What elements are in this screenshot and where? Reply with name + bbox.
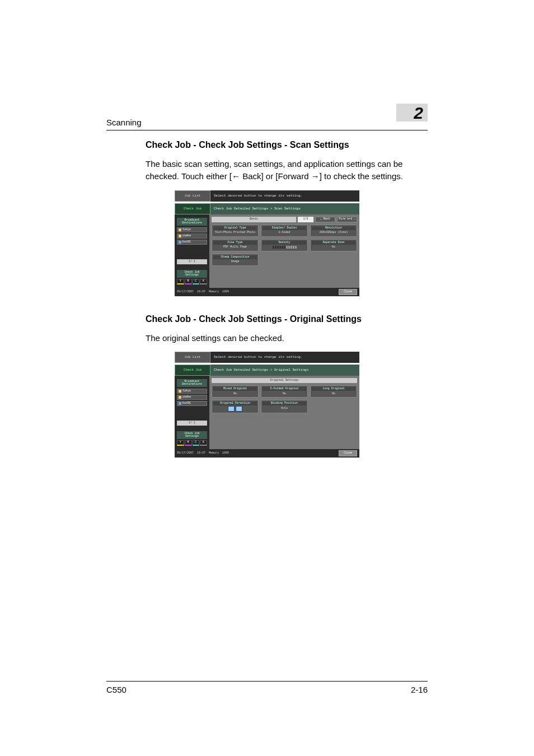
setting-tile-value: [263, 245, 306, 250]
breadcrumb: Check Job Detailed Settings > Scan Setti…: [210, 203, 359, 214]
arrow-left-icon: ←: [320, 218, 322, 221]
folder-icon: [179, 396, 181, 399]
panel-title: Original Settings: [212, 378, 357, 383]
status-memory-label: Memory: [209, 291, 219, 293]
setting-tile[interactable]: Binding PositionAuto: [261, 400, 308, 413]
running-head: Scanning: [106, 118, 428, 130]
back-button[interactable]: ←Back: [315, 217, 335, 222]
status-date: 06/17/2007: [177, 291, 194, 293]
section-heading-1: Check Job - Check Job Settings - Scan Se…: [146, 140, 428, 150]
destination-pager: 1/ 1: [177, 259, 207, 264]
orientation-icon: [228, 406, 235, 412]
orientation-icon: [236, 406, 242, 412]
folder-icon: [179, 390, 181, 393]
broadcast-destinations-header: Broadcast Destinations: [177, 379, 207, 387]
setting-tile-title: Density: [263, 241, 306, 245]
setting-tile-value: 1-Sided: [263, 231, 306, 235]
setting-tile-value: No: [312, 245, 355, 250]
setting-tile[interactable]: Long OriginalNo: [310, 385, 357, 398]
setting-tile-title: Binding Position: [263, 402, 306, 405]
setting-tile-title: Long Original: [312, 387, 355, 391]
setting-tile[interactable]: Original TypeText/Photo Printed Photo: [212, 225, 259, 237]
destination-item[interactable]: box01: [177, 240, 207, 245]
setting-tile[interactable]: Z-Folded OriginalNo: [261, 385, 308, 398]
toner-levels: YMCK: [177, 279, 207, 284]
status-date: 06/17/2007: [177, 452, 194, 455]
setting-tile-value: [213, 406, 257, 412]
destination-pager: 1/ 1: [177, 421, 207, 426]
setting-tile-title: Resolution: [312, 226, 355, 230]
setting-tile[interactable]: Original Direction: [212, 400, 259, 413]
page-indicator: 1/3: [298, 217, 313, 222]
setting-tile-value: 200x200dpi (Fine): [312, 231, 355, 235]
section-heading-2: Check Job - Check Job Settings - Origina…: [146, 314, 428, 324]
box-icon: [179, 241, 181, 244]
page-footer: C550 2-16: [106, 681, 428, 694]
setting-tile[interactable]: Mixed OriginalNo: [212, 385, 259, 398]
check-job-settings-button[interactable]: Check Job Settings: [177, 431, 207, 439]
status-memory-label: Memory: [209, 452, 219, 455]
setting-tile[interactable]: Density: [261, 239, 308, 251]
setting-tile-value: Auto: [263, 406, 306, 410]
setting-tile-value: Image: [213, 260, 257, 264]
status-memory-value: 100%: [222, 452, 229, 455]
setting-tile-value: PDF Multi Page: [213, 245, 257, 250]
screenshot-scan-settings: Job List Select desired button to change…: [175, 190, 359, 296]
destination-item[interactable]: osaka: [177, 234, 207, 239]
panel-title: Basic: [212, 217, 296, 222]
status-memory-value: 100%: [222, 291, 229, 293]
check-job-settings-button[interactable]: Check Job Settings: [177, 270, 207, 278]
setting-tile-value: No: [263, 391, 306, 396]
close-button[interactable]: Close: [339, 289, 357, 295]
setting-tile-title: Original Direction: [213, 402, 257, 405]
setting-tile-title: Z-Folded Original: [263, 387, 306, 391]
setting-tile[interactable]: Stamp CompositionImage: [212, 254, 259, 266]
screenshot-original-settings: Job List Select desired button to change…: [175, 352, 359, 458]
setting-tile[interactable]: Resolution200x200dpi (Fine): [310, 225, 357, 237]
toner-levels: YMCK: [177, 440, 207, 446]
close-button[interactable]: Close: [339, 450, 357, 456]
setting-tile-title: Mixed Original: [213, 387, 257, 391]
status-time: 19:07: [197, 452, 205, 455]
tab-job-list[interactable]: Job List: [175, 190, 210, 202]
setting-tile-title: Stamp Composition: [213, 255, 257, 259]
broadcast-destinations-header: Broadcast Destinations: [177, 218, 207, 226]
folder-icon: [179, 235, 181, 237]
forward-button[interactable]: Forw ard→: [337, 217, 357, 222]
setting-tile[interactable]: Separate ScanNo: [310, 239, 357, 251]
destination-item[interactable]: tokyo: [177, 227, 207, 232]
tab-check-job[interactable]: Check Job: [175, 203, 210, 214]
folder-icon: [179, 228, 181, 231]
tab-job-list[interactable]: Job List: [175, 352, 210, 363]
destination-item[interactable]: box01: [177, 401, 207, 406]
breadcrumb: Check Job Detailed Settings > Original S…: [210, 365, 359, 376]
setting-tile[interactable]: File TypePDF Multi Page: [212, 239, 259, 251]
footer-page-number: 2-16: [411, 685, 428, 694]
setting-tile-value: Text/Photo Printed Photo: [213, 231, 257, 235]
instruction-text: Select desired button to change its sett…: [210, 190, 359, 202]
setting-tile-title: Original Type: [213, 226, 257, 230]
setting-tile-title: File Type: [213, 241, 257, 245]
status-time: 19:07: [197, 291, 205, 293]
footer-model: C550: [106, 685, 127, 694]
instruction-text: Select desired button to change its sett…: [210, 352, 359, 363]
setting-tile[interactable]: Simplex/ Duplex1-Sided: [261, 225, 308, 237]
setting-tile-value: No: [213, 391, 257, 396]
section-para-1: The basic scan setting, scan settings, a…: [146, 158, 428, 183]
setting-tile-title: Separate Scan: [312, 241, 355, 245]
destination-item[interactable]: tokyo: [177, 389, 207, 394]
destination-item[interactable]: osaka: [177, 395, 207, 400]
section-para-2: The original settings can be checked.: [146, 332, 428, 344]
tab-check-job[interactable]: Check Job: [175, 365, 210, 376]
setting-tile-title: Simplex/ Duplex: [263, 226, 306, 230]
arrow-right-icon: →: [353, 218, 355, 221]
box-icon: [179, 402, 181, 405]
running-head-label: Scanning: [106, 118, 142, 127]
setting-tile-value: No: [312, 391, 355, 396]
